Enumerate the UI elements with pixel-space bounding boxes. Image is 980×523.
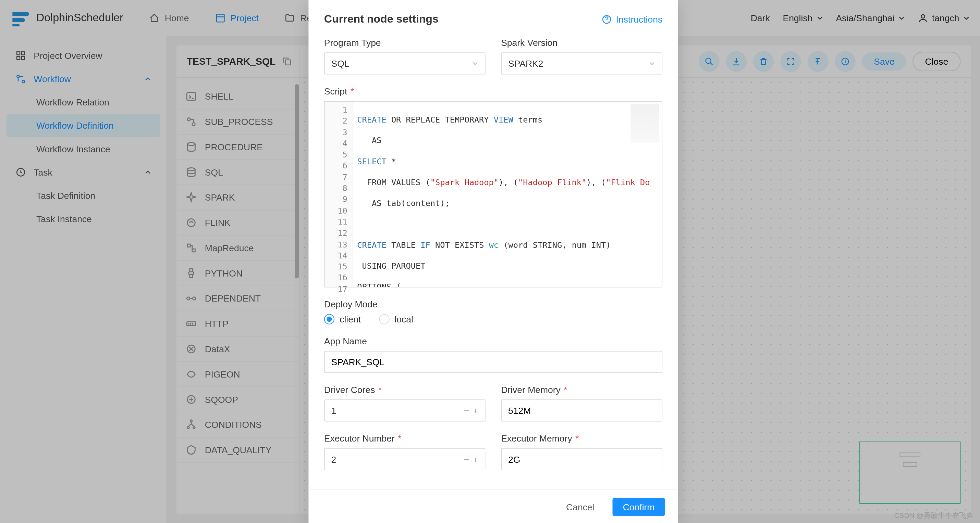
cancel-button[interactable]: Cancel xyxy=(556,498,605,516)
decrease-button[interactable]: − xyxy=(464,406,469,415)
executor-number-input[interactable]: 2 −+ xyxy=(324,448,485,470)
script-editor[interactable]: 1234567891011121314151617 CREATE OR REPL… xyxy=(324,101,662,287)
watermark: CSDN @勇敢牛牛在飞奔 xyxy=(894,511,974,520)
program-type-select[interactable]: SQL xyxy=(324,52,485,74)
driver-cores-label: Driver Cores * xyxy=(324,385,485,395)
editor-gutter: 1234567891011121314151617 xyxy=(325,101,353,287)
chevron-down-icon xyxy=(472,60,478,67)
instructions-link[interactable]: Instructions xyxy=(602,14,662,25)
question-icon xyxy=(602,14,612,25)
radio-icon xyxy=(379,314,389,324)
driver-memory-label: Driver Memory * xyxy=(501,385,662,395)
driver-cores-input[interactable]: 1 −+ xyxy=(324,399,485,422)
decrease-button[interactable]: − xyxy=(464,455,469,464)
increase-button[interactable]: + xyxy=(473,406,478,415)
app-name-label: App Name xyxy=(324,336,662,346)
increase-button[interactable]: + xyxy=(473,455,478,464)
modal-title: Current node settings xyxy=(324,13,439,26)
spark-version-label: Spark Version xyxy=(501,38,662,48)
program-type-label: Program Type xyxy=(324,38,485,48)
modal-footer: Cancel Confirm xyxy=(309,490,678,523)
spark-version-select[interactable]: SPARK2 xyxy=(501,52,662,74)
executor-memory-input[interactable] xyxy=(501,448,662,470)
script-label: Script * xyxy=(324,86,662,97)
radio-icon xyxy=(324,314,334,324)
editor-content[interactable]: CREATE OR REPLACE TEMPORARY VIEW terms A… xyxy=(353,101,662,287)
deploy-mode-label: Deploy Mode xyxy=(324,299,662,309)
app-name-input[interactable] xyxy=(324,351,662,373)
editor-minimap[interactable] xyxy=(630,105,659,143)
driver-memory-input[interactable] xyxy=(501,399,662,422)
executor-number-label: Executor Number * xyxy=(324,433,485,443)
deploy-mode-local[interactable]: local xyxy=(379,314,413,324)
executor-memory-label: Executor Memory * xyxy=(501,433,662,443)
deploy-mode-client[interactable]: client xyxy=(324,314,361,324)
confirm-button[interactable]: Confirm xyxy=(612,498,665,516)
chevron-down-icon xyxy=(649,60,655,67)
node-settings-modal: Current node settings Instructions Progr… xyxy=(309,0,678,523)
